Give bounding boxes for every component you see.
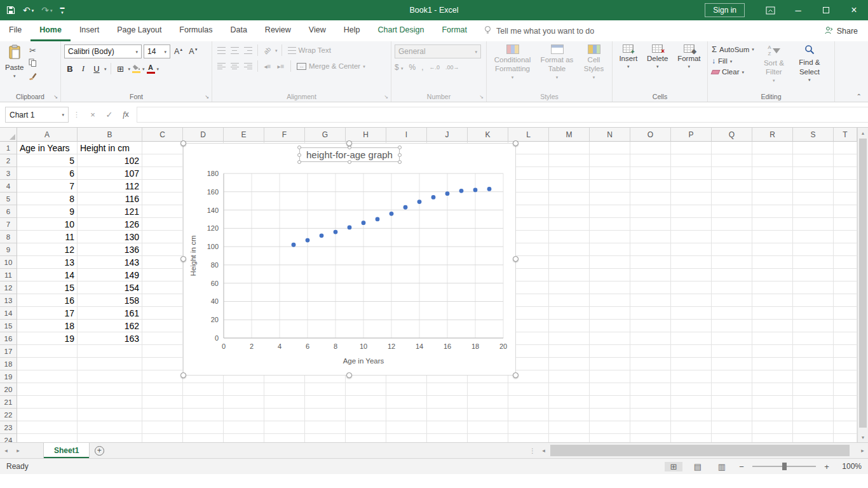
cell-T12[interactable] (834, 281, 857, 294)
cell-R17[interactable] (752, 345, 793, 358)
comma-style-icon[interactable]: , (421, 63, 423, 72)
cell-B14[interactable]: 161 (78, 307, 142, 320)
cell-T1[interactable] (834, 142, 857, 154)
col-header-P[interactable]: P (671, 128, 712, 142)
cell-C21[interactable] (142, 396, 183, 409)
cell-S16[interactable] (793, 332, 834, 345)
cell-N24[interactable] (590, 434, 630, 442)
cell-M16[interactable] (549, 332, 590, 345)
cell-R1[interactable] (752, 142, 793, 154)
cell-M9[interactable] (549, 243, 590, 256)
cell-P6[interactable] (671, 205, 712, 218)
cell-I21[interactable] (386, 396, 427, 409)
row-header-18[interactable]: 18 (0, 358, 17, 370)
undo-icon[interactable]: ↶▾ (23, 6, 34, 15)
cell-P8[interactable] (671, 231, 712, 243)
cell-E23[interactable] (224, 421, 264, 434)
cut-icon[interactable]: ✂ (27, 44, 38, 56)
cell-J24[interactable] (427, 434, 468, 442)
align-bottom-icon[interactable] (242, 44, 254, 56)
formula-input[interactable] (137, 107, 868, 123)
col-header-H[interactable]: H (346, 128, 386, 142)
cell-C20[interactable] (142, 383, 183, 396)
cell-B10[interactable]: 143 (78, 256, 142, 269)
chart[interactable]: 0246810121416182002040608010012014016018… (183, 143, 516, 376)
cell-M18[interactable] (549, 358, 590, 370)
cell-T11[interactable] (834, 269, 857, 281)
insert-function-icon[interactable]: fx (118, 110, 134, 119)
zoom-in-icon[interactable]: + (822, 462, 831, 471)
cell-S19[interactable] (793, 370, 834, 383)
cell-N7[interactable] (590, 218, 630, 231)
row-header-23[interactable]: 23 (0, 421, 17, 434)
wrap-text-button[interactable]: Wrap Text (286, 46, 333, 55)
cell-Q22[interactable] (712, 409, 752, 421)
cell-Q8[interactable] (712, 231, 752, 243)
row-header-22[interactable]: 22 (0, 409, 17, 421)
cell-Q2[interactable] (712, 154, 752, 167)
cell-H22[interactable] (346, 409, 386, 421)
enter-icon[interactable]: ✓ (101, 110, 118, 119)
cell-Q24[interactable] (712, 434, 752, 442)
cell-O22[interactable] (630, 409, 671, 421)
cell-A20[interactable] (17, 383, 78, 396)
save-icon[interactable] (6, 6, 15, 15)
row-header-7[interactable]: 7 (0, 218, 17, 231)
cell-S23[interactable] (793, 421, 834, 434)
merge-center-button[interactable]: ↔ Merge & Center ▾ (295, 62, 367, 71)
cell-T21[interactable] (834, 396, 857, 409)
align-right-icon[interactable] (242, 60, 254, 72)
chart-resize-handle[interactable] (513, 256, 519, 262)
cell-O20[interactable] (630, 383, 671, 396)
cell-R14[interactable] (752, 307, 793, 320)
cell-S14[interactable] (793, 307, 834, 320)
cell-N15[interactable] (590, 320, 630, 332)
title-handle[interactable] (348, 160, 351, 164)
share-button[interactable]: Share (815, 20, 868, 41)
cell-C19[interactable] (142, 370, 183, 383)
cell-O2[interactable] (630, 154, 671, 167)
cell-N8[interactable] (590, 231, 630, 243)
cell-P4[interactable] (671, 180, 712, 193)
cell-T10[interactable] (834, 256, 857, 269)
cell-T7[interactable] (834, 218, 857, 231)
cell-N6[interactable] (590, 205, 630, 218)
cell-A11[interactable]: 14 (17, 269, 78, 281)
cell-O3[interactable] (630, 167, 671, 180)
number-dialog-launcher[interactable]: ↘ (479, 95, 484, 100)
cell-P2[interactable] (671, 154, 712, 167)
row-header-14[interactable]: 14 (0, 307, 17, 320)
font-dialog-launcher[interactable]: ↘ (205, 95, 209, 100)
cell-B16[interactable]: 163 (78, 332, 142, 345)
cell-D23[interactable] (183, 421, 224, 434)
cell-R15[interactable] (752, 320, 793, 332)
cell-O11[interactable] (630, 269, 671, 281)
cell-R19[interactable] (752, 370, 793, 383)
col-header-O[interactable]: O (630, 128, 671, 142)
cell-B18[interactable] (78, 358, 142, 370)
chart-resize-handle[interactable] (346, 372, 352, 378)
cell-R10[interactable] (752, 256, 793, 269)
cell-S18[interactable] (793, 358, 834, 370)
cell-J20[interactable] (427, 383, 468, 396)
cell-C5[interactable] (142, 193, 183, 205)
cell-A10[interactable]: 13 (17, 256, 78, 269)
cell-R9[interactable] (752, 243, 793, 256)
cell-S22[interactable] (793, 409, 834, 421)
cell-D20[interactable] (183, 383, 224, 396)
cell-B13[interactable]: 158 (78, 294, 142, 307)
cell-P1[interactable] (671, 142, 712, 154)
row-header-9[interactable]: 9 (0, 243, 17, 256)
cell-R16[interactable] (752, 332, 793, 345)
decrease-indent-icon[interactable]: ◂≡ (262, 60, 273, 72)
cell-Q14[interactable] (712, 307, 752, 320)
cell-N3[interactable] (590, 167, 630, 180)
title-handle[interactable] (398, 146, 402, 149)
row-header-2[interactable]: 2 (0, 154, 17, 167)
cell-C7[interactable] (142, 218, 183, 231)
decrease-font-size-icon[interactable]: A▼ (187, 47, 200, 56)
alignment-dialog-launcher[interactable]: ↘ (384, 95, 388, 100)
cell-Q18[interactable] (712, 358, 752, 370)
cell-O9[interactable] (630, 243, 671, 256)
cell-M22[interactable] (549, 409, 590, 421)
